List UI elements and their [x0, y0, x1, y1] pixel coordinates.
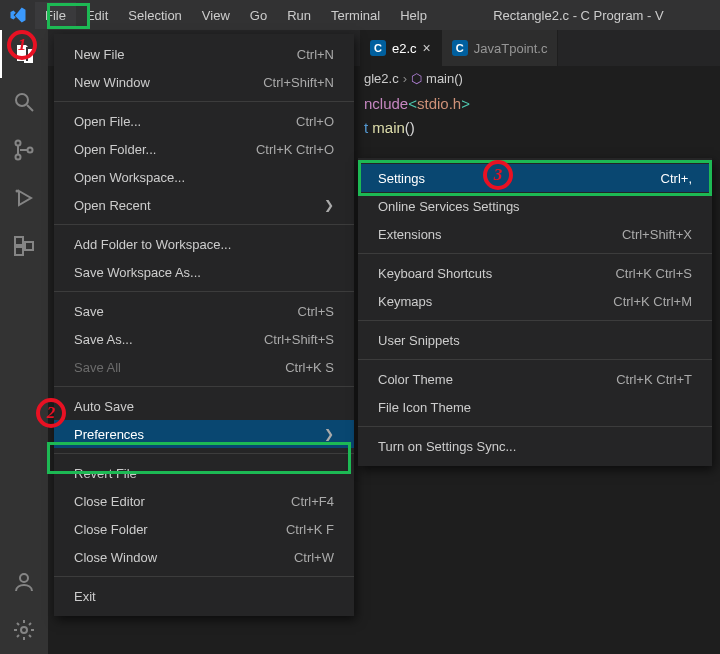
file-menu-revert-file[interactable]: Revert File: [54, 459, 354, 487]
menu-item-label: Save Workspace As...: [74, 265, 201, 280]
menu-item-shortcut: Ctrl+,: [661, 171, 692, 186]
menu-file[interactable]: File: [35, 2, 76, 29]
menu-item-label: Extensions: [378, 227, 442, 242]
menu-item-shortcut: Ctrl+K Ctrl+M: [613, 294, 692, 309]
preferences-submenu: SettingsCtrl+,Online Services SettingsEx…: [358, 158, 712, 466]
prefs-menu-settings[interactable]: SettingsCtrl+,: [358, 164, 712, 192]
file-menu-new-window[interactable]: New WindowCtrl+Shift+N: [54, 68, 354, 96]
menu-item-shortcut: Ctrl+N: [297, 47, 334, 62]
annotation-ring-2: 2: [36, 398, 66, 428]
svg-point-10: [20, 574, 28, 582]
svg-rect-8: [15, 247, 23, 255]
menu-item-label: Save As...: [74, 332, 133, 347]
menu-separator: [358, 320, 712, 321]
file-menu-close-folder[interactable]: Close FolderCtrl+K F: [54, 515, 354, 543]
breadcrumb-symbol: main(): [426, 71, 463, 86]
file-menu-open-folder[interactable]: Open Folder...Ctrl+K Ctrl+O: [54, 135, 354, 163]
menu-item-shortcut: Ctrl+W: [294, 550, 334, 565]
file-menu-open-workspace[interactable]: Open Workspace...: [54, 163, 354, 191]
menu-item-label: Color Theme: [378, 372, 453, 387]
code-token: main: [372, 119, 405, 136]
menu-item-label: Close Editor: [74, 494, 145, 509]
code-token: nclude: [364, 95, 408, 112]
menu-item-label: New Window: [74, 75, 150, 90]
file-menu-auto-save[interactable]: Auto Save: [54, 392, 354, 420]
close-tab-icon[interactable]: ×: [423, 40, 431, 56]
prefs-menu-turn-on-settings-sync[interactable]: Turn on Settings Sync...: [358, 432, 712, 460]
menu-separator: [54, 291, 354, 292]
language-badge: C: [370, 40, 386, 56]
menu-item-label: Add Folder to Workspace...: [74, 237, 231, 252]
prefs-menu-user-snippets[interactable]: User Snippets: [358, 326, 712, 354]
prefs-menu-extensions[interactable]: ExtensionsCtrl+Shift+X: [358, 220, 712, 248]
code-token: >: [461, 95, 470, 112]
menu-item-label: Exit: [74, 589, 96, 604]
menubar: FileEditSelectionViewGoRunTerminalHelp: [35, 2, 437, 29]
menu-selection[interactable]: Selection: [118, 2, 191, 29]
prefs-menu-keymaps[interactable]: KeymapsCtrl+K Ctrl+M: [358, 287, 712, 315]
file-menu-close-editor[interactable]: Close EditorCtrl+F4: [54, 487, 354, 515]
file-menu-save-as[interactable]: Save As...Ctrl+Shift+S: [54, 325, 354, 353]
prefs-menu-color-theme[interactable]: Color ThemeCtrl+K Ctrl+T: [358, 365, 712, 393]
file-menu-save-workspace-as[interactable]: Save Workspace As...: [54, 258, 354, 286]
file-menu-open-file[interactable]: Open File...Ctrl+O: [54, 107, 354, 135]
file-menu-preferences[interactable]: Preferences❯: [54, 420, 354, 448]
file-menu-add-folder-to-workspace[interactable]: Add Folder to Workspace...: [54, 230, 354, 258]
menu-help[interactable]: Help: [390, 2, 437, 29]
menu-separator: [54, 101, 354, 102]
code-token: <: [408, 95, 417, 112]
menu-item-shortcut: Ctrl+K S: [285, 360, 334, 375]
menu-run[interactable]: Run: [277, 2, 321, 29]
menu-item-shortcut: Ctrl+Shift+S: [264, 332, 334, 347]
menu-view[interactable]: View: [192, 2, 240, 29]
menu-separator: [54, 224, 354, 225]
file-menu-close-window[interactable]: Close WindowCtrl+W: [54, 543, 354, 571]
activitybar: [0, 30, 48, 654]
svg-marker-5: [19, 191, 31, 205]
svg-point-6: [16, 190, 19, 193]
menu-item-label: Save: [74, 304, 104, 319]
menu-item-shortcut: Ctrl+K Ctrl+T: [616, 372, 692, 387]
code-token: t: [364, 119, 368, 136]
file-menu-save[interactable]: SaveCtrl+S: [54, 297, 354, 325]
tab-label: e2.c: [392, 41, 417, 56]
file-menu-dropdown: New FileCtrl+NNew WindowCtrl+Shift+NOpen…: [54, 34, 354, 616]
menu-item-shortcut: Ctrl+K Ctrl+O: [256, 142, 334, 157]
menu-item-label: Close Window: [74, 550, 157, 565]
menu-item-label: Settings: [378, 171, 425, 186]
prefs-menu-online-services-settings[interactable]: Online Services Settings: [358, 192, 712, 220]
settings-gear-icon[interactable]: [0, 606, 48, 654]
menu-go[interactable]: Go: [240, 2, 277, 29]
tab-e2-c[interactable]: Ce2.c×: [360, 30, 442, 66]
breadcrumb[interactable]: gle2.c › ⬡ main(): [360, 66, 720, 90]
chevron-right-icon: ❯: [324, 427, 334, 441]
editor[interactable]: nclude<stdio.h> t main(): [360, 92, 720, 140]
source-control-icon[interactable]: [0, 126, 48, 174]
chevron-right-icon: ❯: [324, 198, 334, 212]
menu-item-label: Open File...: [74, 114, 141, 129]
debug-icon[interactable]: [0, 174, 48, 222]
menu-edit[interactable]: Edit: [76, 2, 118, 29]
menu-item-label: Revert File: [74, 466, 137, 481]
menu-item-shortcut: Ctrl+K F: [286, 522, 334, 537]
chevron-right-icon: ›: [403, 71, 407, 86]
language-badge: C: [452, 40, 468, 56]
svg-point-2: [16, 141, 21, 146]
menu-item-label: Preferences: [74, 427, 144, 442]
svg-point-11: [21, 627, 27, 633]
file-menu-new-file[interactable]: New FileCtrl+N: [54, 40, 354, 68]
annotation-ring-3: 3: [483, 160, 513, 190]
tab-JavaTpoint-c[interactable]: CJavaTpoint.c: [442, 30, 559, 66]
file-menu-open-recent[interactable]: Open Recent❯: [54, 191, 354, 219]
menu-item-shortcut: Ctrl+K Ctrl+S: [615, 266, 692, 281]
menu-item-label: Online Services Settings: [378, 199, 520, 214]
titlebar: FileEditSelectionViewGoRunTerminalHelp R…: [0, 0, 720, 30]
account-icon[interactable]: [0, 558, 48, 606]
menu-terminal[interactable]: Terminal: [321, 2, 390, 29]
search-icon[interactable]: [0, 78, 48, 126]
extensions-icon[interactable]: [0, 222, 48, 270]
prefs-menu-keyboard-shortcuts[interactable]: Keyboard ShortcutsCtrl+K Ctrl+S: [358, 259, 712, 287]
file-menu-exit[interactable]: Exit: [54, 582, 354, 610]
menu-separator: [358, 359, 712, 360]
prefs-menu-file-icon-theme[interactable]: File Icon Theme: [358, 393, 712, 421]
